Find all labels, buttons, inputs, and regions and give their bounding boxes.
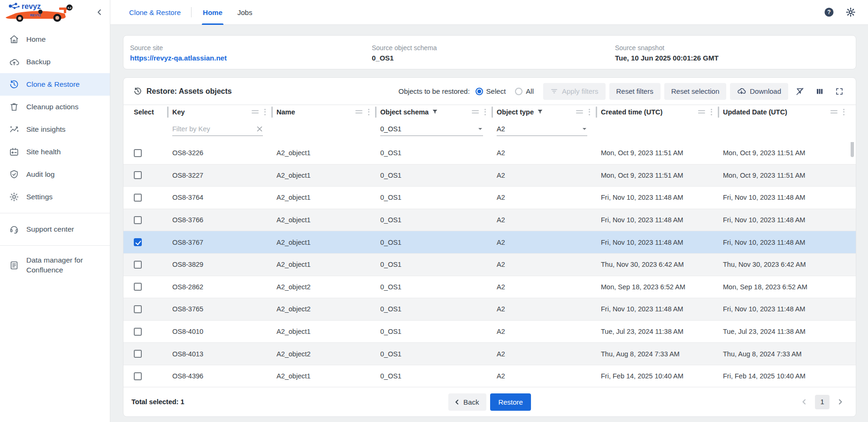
source-site-label: Source site — [130, 44, 372, 52]
document-icon — [9, 260, 19, 271]
tab-jobs[interactable]: Jobs — [237, 0, 253, 25]
reset-filters-button[interactable]: Reset filters — [609, 83, 661, 100]
fullscreen-icon[interactable] — [831, 83, 847, 99]
sidebar-collapse-button[interactable] — [94, 7, 105, 18]
chevron-left-icon — [454, 399, 460, 405]
page-next-icon[interactable] — [837, 399, 844, 405]
back-button[interactable]: Back — [448, 393, 486, 411]
columns-icon[interactable] — [812, 83, 828, 99]
filter-active-icon — [537, 109, 543, 115]
radio-select[interactable]: Select — [476, 87, 506, 95]
schema-filter-select[interactable]: 0_OS1 — [380, 125, 483, 136]
source-site-link[interactable]: https://revyz-qa.atlassian.net — [130, 54, 372, 62]
column-menu-icon[interactable] — [710, 108, 713, 116]
reset-filters-label: Reset filters — [616, 87, 653, 95]
cell-name: A2_object1 — [271, 142, 375, 164]
row-checkbox[interactable] — [134, 238, 142, 246]
row-select-cell — [123, 276, 167, 298]
row-checkbox[interactable] — [134, 171, 142, 179]
vertical-scrollbar-thumb[interactable] — [851, 142, 854, 157]
reset-selection-button[interactable]: Reset selection — [664, 83, 727, 100]
download-button[interactable]: Download — [730, 83, 788, 100]
column-drag-handle[interactable] — [698, 110, 705, 113]
column-drag-handle[interactable] — [830, 110, 837, 113]
table-row[interactable]: OS8-4010 A2_object1 0_OS1 A2 Tue, Jul 23… — [123, 321, 856, 343]
sidebar-item-data-manager[interactable]: Data manager for Confluence — [0, 250, 110, 280]
radio-all-control[interactable] — [515, 88, 522, 95]
cell-key: OS8-4010 — [167, 321, 271, 343]
sidebar-item-support-center[interactable]: Support center — [0, 218, 110, 241]
sidebar-item-clone-restore[interactable]: Clone & Restore — [0, 73, 110, 96]
table-row[interactable]: OS8-4013 A2_object2 0_OS1 A2 Thu, Aug 8,… — [123, 343, 856, 365]
row-select-cell — [123, 165, 167, 187]
help-icon[interactable]: ? — [824, 7, 834, 17]
cell-created-time: Tue, Jul 23, 2024 11:38 AM — [596, 321, 718, 343]
breadcrumb[interactable]: Clone & Restore — [129, 8, 181, 16]
key-filter-cell — [167, 125, 271, 136]
cell-key: OS8-3765 — [167, 298, 271, 320]
table-row[interactable]: OS8-4396 A2_object1 0_OS1 A2 Fri, Feb 14… — [123, 365, 856, 387]
column-menu-icon[interactable] — [263, 108, 267, 116]
column-menu-icon[interactable] — [367, 108, 370, 116]
row-select-cell — [123, 365, 167, 387]
clear-key-filter-icon[interactable] — [256, 126, 263, 132]
page-number[interactable]: 1 — [815, 395, 830, 409]
sidebar-item-label: Support center — [26, 225, 74, 234]
table-row[interactable]: OS8-3766 A2_object1 0_OS1 A2 Fri, Nov 10… — [123, 209, 856, 232]
table-row[interactable]: OS8-2862 A2_object2 0_OS1 A2 Mon, Sep 18… — [123, 276, 856, 299]
column-drag-handle[interactable] — [576, 110, 583, 113]
key-filter-input[interactable] — [172, 125, 256, 133]
table-footer: Total selected: 1 Back Restore 1 — [123, 387, 856, 416]
table-row[interactable]: OS8-3829 A2_object1 0_OS1 A2 Thu, Nov 30… — [123, 254, 856, 276]
sidebar-item-site-insights[interactable]: Site insights — [0, 118, 110, 141]
restore-button[interactable]: Restore — [490, 393, 531, 411]
sidebar-item-audit-log[interactable]: Audit log — [0, 163, 110, 186]
column-separator — [375, 106, 376, 118]
sidebar-item-cleanup-actions[interactable]: Cleanup actions — [0, 96, 110, 118]
apply-filters-button[interactable]: Apply filters — [543, 83, 606, 100]
column-label: Created time (UTC) — [601, 108, 662, 116]
column-drag-handle[interactable] — [472, 110, 479, 113]
gear-icon — [9, 192, 19, 202]
row-checkbox[interactable] — [134, 194, 142, 202]
cell-key: OS8-3764 — [167, 187, 271, 209]
sidebar-item-backup[interactable]: Backup — [0, 51, 110, 73]
row-checkbox[interactable] — [134, 328, 142, 336]
type-filter-select[interactable]: A2 — [497, 125, 587, 136]
table-row[interactable]: OS8-3764 A2_object1 0_OS1 A2 Fri, Nov 10… — [123, 187, 856, 209]
column-menu-icon[interactable] — [588, 108, 591, 116]
clear-filter-icon[interactable] — [792, 83, 808, 99]
row-checkbox[interactable] — [134, 350, 142, 358]
row-checkbox[interactable] — [134, 149, 142, 157]
radio-all[interactable]: All — [515, 87, 534, 95]
cell-key: OS8-3227 — [167, 165, 271, 187]
row-checkbox[interactable] — [134, 261, 142, 269]
sidebar-item-site-health[interactable]: Site health — [0, 141, 110, 163]
radio-select-control[interactable] — [476, 88, 483, 95]
sidebar-item-settings[interactable]: Settings — [0, 186, 110, 208]
column-menu-icon[interactable] — [842, 108, 845, 116]
table-row[interactable]: OS8-3226 A2_object1 0_OS1 A2 Mon, Oct 9,… — [123, 142, 856, 165]
cell-updated-date: Mon, Sep 18, 2023 6:52 AM — [718, 276, 856, 298]
settings-gear-icon[interactable] — [845, 7, 856, 17]
column-drag-handle[interactable] — [355, 110, 362, 113]
table-row[interactable]: OS8-3227 A2_object1 0_OS1 A2 Mon, Oct 9,… — [123, 165, 856, 187]
schema-filter-cell: 0_OS1 — [375, 125, 492, 136]
row-checkbox[interactable] — [134, 283, 142, 291]
revyz-logo: revyz 4.2 REVYZ — [4, 2, 78, 23]
sidebar-item-label: Clone & Restore — [26, 80, 80, 89]
column-drag-handle[interactable] — [252, 110, 259, 113]
sidebar-item-home[interactable]: Home — [0, 28, 110, 51]
cell-updated-date: Fri, Nov 10, 2023 11:48 AM — [718, 231, 856, 253]
table-row[interactable]: OS8-3767 A2_object1 0_OS1 A2 Fri, Nov 10… — [123, 231, 856, 254]
cell-created-time: Fri, Nov 10, 2023 11:48 AM — [596, 209, 718, 231]
column-menu-icon[interactable] — [484, 108, 487, 116]
table-header-row: Select Key Name Object schema Object typ — [123, 105, 856, 119]
row-checkbox[interactable] — [134, 216, 142, 224]
tab-home[interactable]: Home — [202, 0, 223, 25]
page-prev-icon[interactable] — [801, 399, 807, 405]
cell-updated-date: Fri, Feb 14, 2025 10:40 AM — [718, 365, 856, 387]
row-checkbox[interactable] — [134, 305, 142, 313]
table-row[interactable]: OS8-3765 A2_object2 0_OS1 A2 Fri, Nov 10… — [123, 298, 856, 321]
row-checkbox[interactable] — [134, 372, 142, 380]
